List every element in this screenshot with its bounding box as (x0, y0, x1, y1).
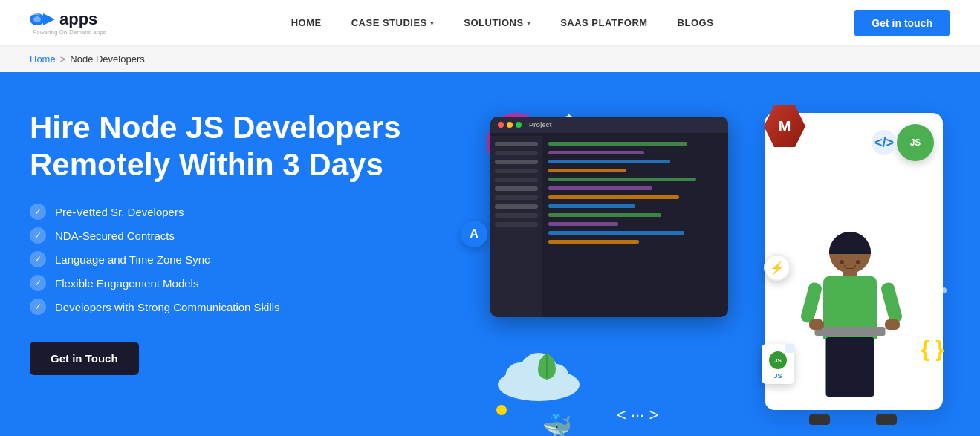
feature-item-5: ✓ Developers with Strong Communication S… (30, 299, 446, 315)
hero-features-list: ✓ Pre-Vetted Sr. Developers ✓ NDA-Secure… (30, 204, 446, 315)
deco-arrows-icon: < ··· > (617, 406, 658, 425)
deco-dot-white (941, 287, 947, 293)
feature-item-2: ✓ NDA-Secured Contracts (30, 227, 446, 244)
deco-brackets-icon: { } (921, 336, 944, 362)
sidebar-line (495, 169, 538, 173)
js-file-icon: JS JS (762, 344, 794, 384)
nav-blogs[interactable]: BLOGS (678, 17, 714, 28)
hero-section: Hire Node JS Developers Remotely Within … (0, 72, 980, 436)
developer-hair (829, 232, 871, 254)
code-line (548, 195, 679, 199)
code-line (548, 231, 684, 235)
svg-point-2 (33, 16, 41, 22)
leaf-deco (535, 351, 559, 384)
feature-item-1: ✓ Pre-Vetted Sr. Developers (30, 204, 446, 220)
sidebar-line (495, 160, 538, 164)
sidebar-line (495, 204, 538, 209)
breadcrumb: Home > Node Developers (0, 46, 980, 72)
code-badge: </> (872, 130, 897, 155)
editor-dot-yellow (507, 122, 513, 128)
developer-laptop (815, 327, 886, 336)
code-line (548, 240, 639, 244)
sidebar-line (495, 186, 538, 191)
developer-figure (794, 232, 906, 425)
navbar: apps Powering On-Demand apps HOME CASE S… (0, 0, 980, 46)
code-line (548, 222, 618, 226)
nav-solutions[interactable]: SOLUTIONS ▾ (464, 17, 530, 28)
editor-dot-red (498, 122, 504, 128)
leaf-icon (535, 351, 559, 381)
nav-case-studies[interactable]: CASE STUDIES ▾ (351, 17, 435, 28)
nodejs-badge: JS (897, 124, 934, 161)
editor-title: Project (529, 121, 552, 128)
code-line (548, 178, 696, 181)
check-icon-1: ✓ (30, 204, 46, 220)
code-line (548, 160, 670, 163)
hero-content: Hire Node JS Developers Remotely Within … (30, 109, 446, 375)
case-studies-chevron-icon: ▾ (430, 19, 435, 27)
breadcrumb-current-page: Node Developers (70, 53, 144, 65)
code-line (548, 213, 661, 217)
breadcrumb-separator: > (60, 53, 66, 65)
developer-head (829, 232, 871, 273)
nav-home[interactable]: HOME (291, 17, 322, 28)
sidebar-line (495, 195, 538, 200)
get-in-touch-button[interactable]: Get in touch (854, 10, 950, 36)
sidebar-line (495, 178, 538, 182)
code-line (548, 142, 687, 146)
developer-legs (826, 337, 874, 397)
editor-dot-green (516, 122, 522, 128)
feature-item-3: ✓ Language and Time Zone Sync (30, 251, 446, 267)
check-icon-5: ✓ (30, 299, 46, 315)
check-icon-3: ✓ (30, 251, 46, 267)
code-editor: Project (490, 117, 728, 317)
editor-sidebar (490, 136, 542, 317)
docker-icon: 🐳 (542, 411, 572, 436)
logo-icon (30, 10, 56, 29)
sidebar-line (495, 213, 538, 218)
hero-illustration: ✦ ✦ ✦ M Project (446, 109, 950, 436)
deco-yellow-dot (496, 405, 507, 415)
check-icon-4: ✓ (30, 275, 46, 291)
editor-header: Project (490, 117, 728, 133)
code-line (548, 151, 644, 154)
breadcrumb-home-link[interactable]: Home (30, 53, 56, 65)
badge-angular-icon: A (461, 221, 487, 247)
solutions-chevron-icon: ▾ (527, 19, 531, 27)
sidebar-line (495, 142, 538, 146)
hero-title: Hire Node JS Developers Remotely Within … (30, 109, 446, 183)
sidebar-line (495, 151, 538, 155)
editor-content (542, 136, 728, 317)
code-line (548, 186, 652, 190)
badge-lightning-icon: ⚡ (764, 254, 791, 281)
check-icon-2: ✓ (30, 227, 46, 244)
nav-links: HOME CASE STUDIES ▾ SOLUTIONS ▾ SAAS PLA… (151, 17, 854, 28)
hero-cta-button[interactable]: Get in Touch (30, 342, 139, 375)
logo[interactable]: apps Powering On-Demand apps (30, 10, 106, 36)
logo-text: apps (59, 10, 97, 29)
code-line (548, 169, 626, 172)
logo-subtitle: Powering On-Demand apps (33, 29, 106, 36)
code-line (548, 204, 635, 208)
feature-item-4: ✓ Flexible Engagement Models (30, 275, 446, 291)
nav-saas-platform[interactable]: SAAS PLATFORM (560, 17, 647, 28)
svg-marker-1 (43, 13, 55, 25)
sidebar-line (495, 222, 538, 227)
